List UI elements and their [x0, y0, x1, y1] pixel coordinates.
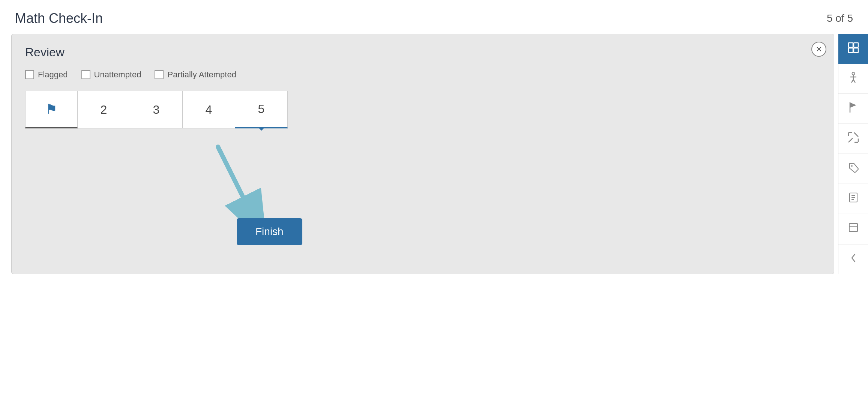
- svg-rect-4: [848, 48, 853, 53]
- svg-line-9: [851, 80, 853, 83]
- sidebar-flag-icon[interactable]: [838, 94, 868, 124]
- question-number-3: 3: [153, 103, 160, 117]
- legend-partially-attempted: Partially Attempted: [155, 70, 236, 80]
- svg-line-12: [854, 133, 858, 137]
- question-number-5: 5: [258, 102, 265, 116]
- legend: Flagged Unattempted Partially Attempted: [25, 70, 820, 80]
- question-tile-1[interactable]: ⚑: [25, 91, 78, 128]
- collapse-icon: [850, 253, 856, 266]
- close-icon: ✕: [816, 45, 822, 54]
- legend-unattempted: Unattempted: [81, 70, 141, 80]
- question-tile-4[interactable]: 4: [183, 91, 235, 128]
- legend-flagged: Flagged: [25, 70, 68, 80]
- unattempted-label: Unattempted: [94, 70, 141, 80]
- page-title: Math Check-In: [15, 11, 103, 26]
- sidebar-expand-icon[interactable]: [838, 214, 868, 244]
- unattempted-checkbox[interactable]: [81, 70, 90, 79]
- sidebar-notes-icon[interactable]: [838, 184, 868, 214]
- question-tile-5[interactable]: 5: [235, 91, 288, 128]
- finish-button[interactable]: Finish: [237, 218, 302, 245]
- sidebar-tag-icon[interactable]: [838, 154, 868, 184]
- partially-attempted-checkbox[interactable]: [155, 70, 164, 79]
- review-title: Review: [25, 45, 820, 59]
- expand-icon: [848, 222, 859, 235]
- flagged-checkbox[interactable]: [25, 70, 34, 79]
- svg-rect-5: [854, 48, 858, 53]
- partially-attempted-label: Partially Attempted: [167, 70, 236, 80]
- accessibility-icon: [847, 71, 859, 86]
- finish-button-container: Finish: [237, 218, 302, 245]
- flag-icon: ⚑: [45, 101, 57, 117]
- right-sidebar: [838, 34, 868, 274]
- sidebar-zoom-icon[interactable]: [838, 124, 868, 154]
- close-button[interactable]: ✕: [811, 42, 826, 57]
- svg-rect-22: [849, 223, 857, 232]
- svg-rect-3: [854, 43, 858, 47]
- svg-point-17: [851, 165, 853, 167]
- zoom-icon: [848, 132, 859, 146]
- main-area: Review ✕ Flagged Unattempted Partially A…: [0, 34, 868, 274]
- flagged-label: Flagged: [38, 70, 68, 80]
- svg-point-6: [852, 72, 854, 75]
- question-tiles: ⚑ 2 3 4 5: [25, 91, 820, 128]
- question-counter: 5 of 5: [827, 12, 853, 24]
- review-panel: Review ✕ Flagged Unattempted Partially A…: [11, 34, 834, 274]
- question-tile-2[interactable]: 2: [78, 91, 130, 128]
- notes-icon: [848, 192, 859, 205]
- question-tile-3[interactable]: 3: [130, 91, 183, 128]
- question-number-4: 4: [206, 103, 212, 117]
- sidebar-accessibility-icon[interactable]: [838, 64, 868, 94]
- svg-line-11: [848, 138, 853, 142]
- tag-icon: [848, 162, 859, 175]
- question-number-2: 2: [101, 103, 107, 117]
- review-icon: [847, 42, 859, 56]
- sidebar-collapse-icon[interactable]: [838, 244, 868, 274]
- flag-sidebar-icon: [848, 102, 859, 116]
- svg-line-10: [853, 80, 855, 83]
- header: Math Check-In 5 of 5: [0, 0, 868, 34]
- sidebar-review-icon[interactable]: [838, 34, 868, 64]
- svg-rect-2: [848, 43, 853, 47]
